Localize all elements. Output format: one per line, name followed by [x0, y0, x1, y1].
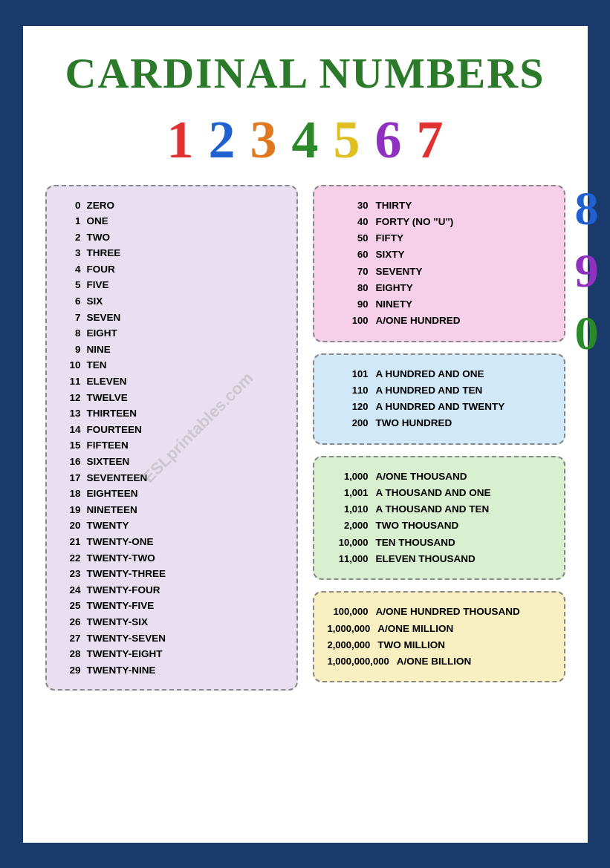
list-item: 9 NINE — [60, 342, 283, 358]
right-column: 890 30THIRTY40FORTY (NO "U")50FIFTY60SIX… — [313, 185, 565, 683]
big-digit-1: 1 — [167, 113, 194, 166]
list-item: 14FOURTEEN — [60, 422, 283, 438]
page: ESLprintables.com CARDINAL NUMBERS 12345… — [23, 26, 588, 843]
page-title: CARDINAL NUMBERS — [45, 48, 565, 98]
list-item: 110A HUNDRED AND TEN — [328, 382, 551, 399]
list-item: 40FORTY (NO "U") — [328, 214, 551, 230]
left-column: 0ZERO1ONE2TWO3THREE4FOUR5FIVE6SIX7SEVEN8… — [45, 185, 298, 691]
list-item: 22TWENTY-TWO — [60, 550, 283, 567]
list-item: 19NINETEEN — [60, 502, 283, 518]
big-digit-7: 7 — [417, 113, 444, 166]
list-item: 100A/ONE HUNDRED — [328, 313, 551, 329]
list-item: 60SIXTY — [328, 247, 551, 263]
content-row: 0ZERO1ONE2TWO3THREE4FOUR5FIVE6SIX7SEVEN8… — [45, 185, 565, 691]
list-item: 1,000,000A/ONE MILLION — [328, 621, 551, 637]
side-digit-9: 9 — [575, 247, 599, 295]
list-item: 4FOUR — [60, 261, 283, 278]
list-item: 1,000A/ONE THOUSAND — [328, 469, 551, 485]
list-item: 1,000,000,000A/ONE BILLION — [328, 653, 551, 670]
list-item: 16SIXTEEN — [60, 454, 283, 470]
list-item: 101A HUNDRED AND ONE — [328, 366, 551, 382]
list-item: 3THREE — [60, 245, 283, 261]
list-item: 30THIRTY — [328, 198, 551, 214]
list-item: 70SEVENTY — [328, 264, 551, 280]
list-item: 21TWENTY-ONE — [60, 534, 283, 550]
list-item: 18EIGHTEEN — [60, 486, 283, 502]
list-item: 80EIGHTY — [328, 280, 551, 296]
list-item: 11ELEVEN — [60, 373, 283, 390]
list-item: 23TWENTY-THREE — [60, 566, 283, 582]
list-item: 27TWENTY-SEVEN — [60, 630, 283, 647]
list-item: 1,010A THOUSAND AND TEN — [328, 501, 551, 518]
list-item: 2,000,000TWO MILLION — [328, 637, 551, 653]
list-item: 12TWELVE — [60, 390, 283, 406]
list-item: 13THIRTEEN — [60, 405, 283, 422]
list-item: 120A HUNDRED AND TWENTY — [328, 399, 551, 415]
list-item: 90NINETY — [328, 296, 551, 313]
list-item: 24TWENTY-FOUR — [60, 582, 283, 598]
number-list-large: 100,000A/ONE HUNDRED THOUSAND1,000,000A/… — [328, 604, 551, 670]
number-list-0-29: 0ZERO1ONE2TWO3THREE4FOUR5FIVE6SIX7SEVEN8… — [60, 198, 283, 679]
box-large: 100,000A/ONE HUNDRED THOUSAND1,000,000A/… — [313, 591, 565, 682]
left-box: 0ZERO1ONE2TWO3THREE4FOUR5FIVE6SIX7SEVEN8… — [45, 185, 298, 691]
side-numbers: 890 — [575, 185, 599, 357]
list-item: 1,001A THOUSAND AND ONE — [328, 485, 551, 501]
big-digit-6: 6 — [375, 113, 402, 166]
number-list-101-200: 101A HUNDRED AND ONE110A HUNDRED AND TEN… — [328, 366, 551, 432]
list-item: 29TWENTY-NINE — [60, 662, 283, 679]
list-item: 26TWENTY-SIX — [60, 614, 283, 630]
list-item: 50FIFTY — [328, 230, 551, 247]
list-item: 25TWENTY-FIVE — [60, 598, 283, 614]
list-item: 15FIFTEEN — [60, 437, 283, 454]
big-digit-3: 3 — [250, 113, 277, 166]
side-digit-8: 8 — [575, 185, 599, 232]
list-item: 2TWO — [60, 229, 283, 246]
big-digit-2: 2 — [209, 113, 236, 166]
number-list-30-100: 30THIRTY40FORTY (NO "U")50FIFTY60SIXTY70… — [328, 198, 551, 330]
list-item: 2,000TWO THOUSAND — [328, 518, 551, 534]
list-item: 6SIX — [60, 293, 283, 310]
number-list-thousands: 1,000A/ONE THOUSAND1,001A THOUSAND AND O… — [328, 469, 551, 568]
list-item: 20TWENTY — [60, 518, 283, 534]
list-item: 1ONE — [60, 213, 283, 229]
list-item: 5FIVE — [60, 277, 283, 293]
list-item: 10,000TEN THOUSAND — [328, 535, 551, 551]
list-item: 0ZERO — [60, 198, 283, 214]
list-item: 10TEN — [60, 357, 283, 373]
list-item: 8EIGHT — [60, 325, 283, 342]
side-digit-0: 0 — [575, 310, 599, 357]
big-digit-5: 5 — [334, 113, 360, 166]
box-30-100: 30THIRTY40FORTY (NO "U")50FIFTY60SIXTY70… — [313, 185, 565, 342]
big-digit-4: 4 — [292, 113, 319, 166]
box-101-200: 101A HUNDRED AND ONE110A HUNDRED AND TEN… — [313, 353, 565, 445]
list-item: 28TWENTY-EIGHT — [60, 646, 283, 662]
list-item: 7SEVEN — [60, 310, 283, 326]
box-thousands: 1,000A/ONE THOUSAND1,001A THOUSAND AND O… — [313, 456, 565, 581]
list-item: 17SEVENTEEN — [60, 470, 283, 486]
list-item: 100,000A/ONE HUNDRED THOUSAND — [328, 604, 551, 620]
list-item: 11,000ELEVEN THOUSAND — [328, 551, 551, 567]
big-numbers-row: 1234567 — [45, 113, 565, 166]
list-item: 200TWO HUNDRED — [328, 415, 551, 431]
